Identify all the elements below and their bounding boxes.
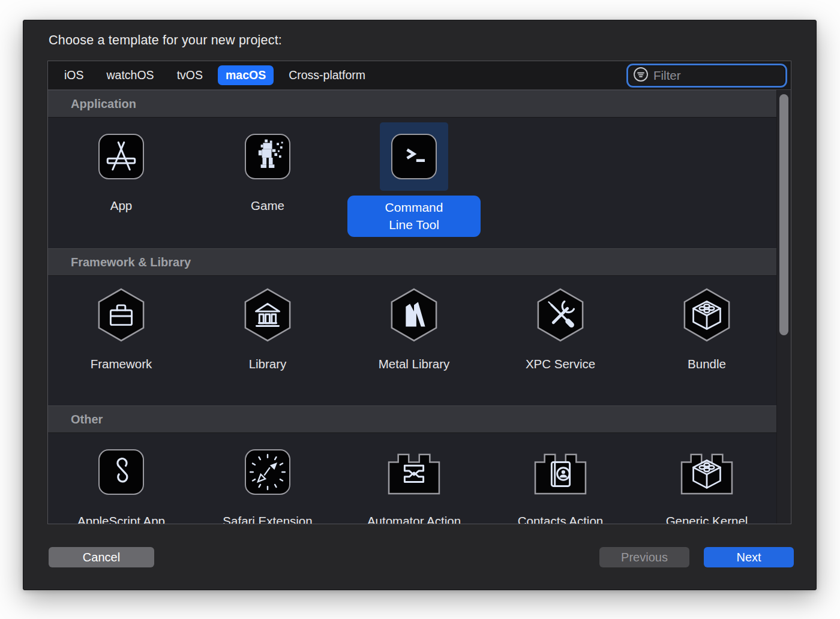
selected-item-highlight — [380, 122, 448, 191]
template-item-xpc-service[interactable]: XPC Service — [487, 276, 634, 405]
platform-tab-bar: iOSwatchOStvOSmacOSCross-platform — [48, 61, 791, 90]
item-label: Contacts Action — [518, 513, 603, 524]
compass-icon — [245, 449, 290, 495]
item-label: Bundle — [688, 356, 726, 372]
filter-input[interactable] — [653, 68, 781, 83]
metal-icon — [389, 288, 439, 342]
section-header-other: Other — [48, 405, 791, 433]
previous-button[interactable]: Previous — [599, 547, 689, 567]
template-grid-framework-library: Framework Library Metal Library XPC Serv… — [48, 276, 791, 405]
template-item-library[interactable]: Library — [194, 276, 341, 405]
template-item-framework[interactable]: Framework — [48, 276, 194, 405]
new-project-dialog: Choose a template for your new project: … — [23, 20, 817, 590]
lego-cube-icon — [682, 288, 731, 342]
template-grid-application: App Game CommandLine Tool — [48, 118, 791, 248]
item-label: Game — [251, 198, 284, 214]
tab-macos[interactable]: macOS — [218, 65, 274, 85]
filter-field[interactable] — [626, 64, 787, 88]
section-header-application: Application — [48, 90, 791, 118]
tools-icon — [536, 288, 585, 342]
tab-cross-platform[interactable]: Cross-platform — [281, 65, 373, 85]
item-label: XPC Service — [526, 356, 595, 372]
item-label: Automator Action — [367, 513, 461, 524]
template-list: Application App Game CommandLine ToolFra… — [48, 90, 791, 524]
template-item-contacts-action[interactable]: Contacts Action — [487, 433, 634, 524]
script-scroll-icon — [98, 449, 144, 495]
item-label: App — [110, 198, 132, 214]
terminal-icon — [391, 134, 437, 179]
item-label: AppleScript App — [77, 513, 165, 524]
filter-icon — [633, 67, 649, 85]
template-item-safari-extension[interactable]: Safari Extension — [194, 433, 341, 524]
tab-watchos[interactable]: watchOS — [99, 65, 162, 85]
tab-ios[interactable]: iOS — [56, 65, 92, 85]
cancel-button[interactable]: Cancel — [49, 547, 154, 567]
briefcase-icon — [97, 288, 146, 342]
app-icon — [98, 134, 144, 179]
template-item-game[interactable]: Game — [194, 118, 341, 248]
template-item-automator-action[interactable]: Automator Action — [341, 433, 487, 524]
item-label: Safari Extension — [223, 513, 312, 524]
item-label: Framework — [91, 356, 152, 372]
template-item-generic-kernel[interactable]: Generic Kernel — [634, 433, 780, 524]
template-item-bundle[interactable]: Bundle — [634, 276, 780, 405]
tab-tvos[interactable]: tvOS — [169, 65, 211, 85]
item-label: Metal Library — [379, 356, 450, 372]
next-button[interactable]: Next — [704, 547, 794, 567]
template-grid-other: AppleScript App Safari Extension Automat… — [48, 433, 791, 524]
scrollbar — [776, 90, 791, 524]
item-label: Generic Kernel — [666, 513, 748, 524]
template-item-metal-library[interactable]: Metal Library — [341, 276, 487, 405]
lego-cube-icon — [679, 448, 735, 496]
item-label: CommandLine Tool — [347, 196, 481, 237]
section-header-framework-library: Framework & Library — [48, 248, 791, 276]
template-item-app[interactable]: App — [48, 118, 194, 248]
template-item-command-line-tool[interactable]: CommandLine Tool — [341, 118, 487, 248]
template-chooser-panel: iOSwatchOStvOSmacOSCross-platform Applic… — [47, 61, 791, 524]
dialog-title: Choose a template for your new project: — [49, 33, 282, 48]
item-label: Library — [249, 356, 287, 372]
template-item-applescript-app[interactable]: AppleScript App — [48, 433, 194, 524]
game-icon — [245, 134, 290, 179]
scrollbar-thumb[interactable] — [779, 94, 788, 335]
automator-icon — [386, 448, 442, 496]
contacts-book-icon — [532, 448, 589, 496]
bank-icon — [243, 288, 292, 342]
